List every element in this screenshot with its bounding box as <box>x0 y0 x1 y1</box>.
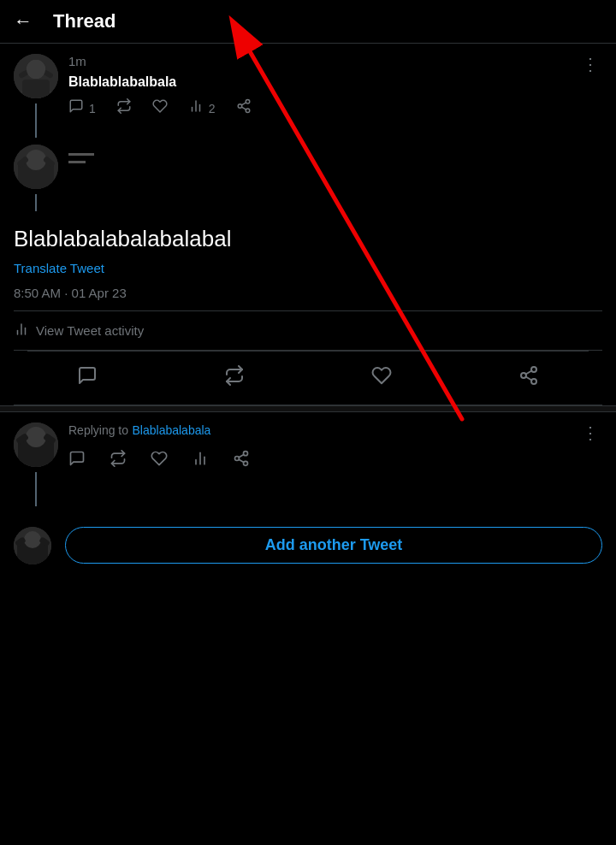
first-tweet-actions: 1 2 <box>68 98 602 118</box>
reply-thread-line <box>35 472 37 506</box>
first-tweet-like-action[interactable] <box>152 98 168 118</box>
text-placeholder-2 <box>68 161 86 163</box>
reply-comment-button[interactable] <box>68 450 86 467</box>
reply-tweet: Replying to Blablabalabala ⋮ <box>14 422 602 506</box>
first-tweet-reply-action[interactable]: 1 <box>68 98 96 118</box>
reply-section: Replying to Blablabalabala ⋮ <box>0 412 616 506</box>
main-like-button[interactable] <box>364 358 399 398</box>
add-tweet-row: Add another Tweet <box>0 513 616 578</box>
svg-point-32 <box>26 427 46 447</box>
main-tweet-avatar[interactable] <box>14 145 58 189</box>
retweet-icon <box>116 98 132 118</box>
main-comment-button[interactable] <box>70 358 104 398</box>
svg-point-8 <box>27 60 45 79</box>
thread-line-2 <box>35 194 37 211</box>
svg-line-16 <box>241 103 246 105</box>
first-tweet-reply-count: 1 <box>89 102 96 115</box>
second-avatar-col <box>14 145 58 211</box>
comment-icon <box>68 98 84 118</box>
page-title: Thread <box>53 10 116 32</box>
back-button[interactable]: ← <box>14 10 33 32</box>
reply-actions <box>68 450 602 467</box>
first-tweet-time: 1m <box>68 54 86 68</box>
second-tweet-partial <box>68 145 602 211</box>
first-tweet-avatar[interactable] <box>14 54 58 98</box>
svg-line-29 <box>526 370 532 374</box>
thread-connector <box>0 145 616 211</box>
svg-line-15 <box>241 107 246 109</box>
thread-line-1 <box>35 103 37 138</box>
translate-tweet-link[interactable]: Translate Tweet <box>14 261 602 275</box>
first-tweet-retweet-action[interactable] <box>116 98 132 118</box>
reply-share-button[interactable] <box>233 450 250 467</box>
svg-rect-5 <box>22 80 50 98</box>
share-icon <box>236 98 252 118</box>
main-share-button[interactable] <box>512 358 546 398</box>
reply-more-button[interactable]: ⋮ <box>578 422 602 443</box>
main-tweet-actions <box>14 352 602 405</box>
main-tweet: Blablabalabalabalabal Translate Tweet 8:… <box>0 211 616 405</box>
activity-bar-icon <box>14 322 29 340</box>
first-tweet-content: 1m ⋮ Blablablabalbala 1 <box>68 54 602 138</box>
reply-analytics-button[interactable] <box>192 450 209 467</box>
svg-line-41 <box>239 459 244 462</box>
reply-content: Replying to Blablabalabala ⋮ <box>68 422 602 506</box>
svg-line-42 <box>239 454 244 457</box>
tweet-timestamp: 8:50 AM · 01 Apr 23 <box>14 286 602 311</box>
reply-avatar-col <box>14 422 58 506</box>
reply-retweet-button[interactable] <box>110 450 127 467</box>
reply-to-user[interactable]: Blablabalabala <box>133 423 211 437</box>
first-tweet-user-row: 1m ⋮ <box>68 54 602 74</box>
first-tweet-avatar-col <box>14 54 58 138</box>
reply-meta: Replying to Blablabalabala ⋮ <box>68 422 602 443</box>
tweet-first: 1m ⋮ Blablablabalbala 1 <box>0 44 616 145</box>
first-tweet-more-button[interactable]: ⋮ <box>578 54 602 74</box>
header: ← Thread <box>0 0 616 44</box>
first-tweet-share-action[interactable] <box>236 98 252 118</box>
first-tweet-analytics-action[interactable]: 2 <box>188 98 216 118</box>
view-activity-button[interactable]: View Tweet activity <box>14 311 602 351</box>
svg-point-45 <box>24 531 41 548</box>
reply-like-button[interactable] <box>151 450 168 467</box>
section-divider <box>0 405 616 412</box>
like-icon <box>152 98 168 118</box>
analytics-icon <box>188 98 204 118</box>
add-tweet-avatar <box>14 527 51 564</box>
reply-avatar[interactable] <box>14 422 58 467</box>
main-retweet-button[interactable] <box>217 358 252 398</box>
main-tweet-text: Blablabalabalabalabal <box>14 211 602 261</box>
add-another-tweet-button[interactable]: Add another Tweet <box>65 527 602 564</box>
reply-user-info: Replying to Blablabalabala <box>68 422 210 438</box>
svg-point-19 <box>26 150 46 170</box>
first-tweet-user-info: 1m <box>68 54 86 69</box>
svg-line-28 <box>526 376 532 380</box>
replying-to-label: Replying to <box>68 423 128 437</box>
first-tweet-analytics-count: 2 <box>209 102 216 115</box>
view-activity-label: View Tweet activity <box>36 323 144 338</box>
first-tweet-username[interactable]: Blablablabalbala <box>68 74 602 90</box>
text-placeholder-1 <box>68 153 94 156</box>
